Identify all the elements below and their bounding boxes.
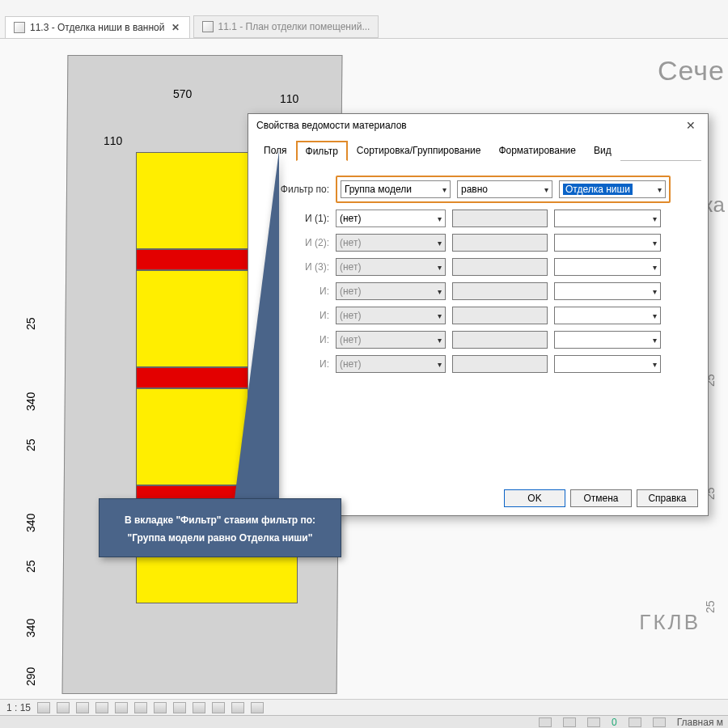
status-icon[interactable] <box>563 717 576 727</box>
callout-text: В вкладке "Фильтр" ставим фильтр по: "Гр… <box>125 514 315 544</box>
dim-25: 25 <box>24 560 37 573</box>
doc-tab-inactive[interactable]: 11.1 - План отделки помещений... <box>193 15 379 38</box>
status-icon[interactable] <box>539 717 552 727</box>
chevron-down-icon: ▾ <box>438 214 442 223</box>
combo-operator-disabled <box>452 282 548 300</box>
chevron-down-icon: ▾ <box>653 336 657 345</box>
tab-sort[interactable]: Сортировка/Группирование <box>348 141 490 161</box>
combo-operator-disabled <box>452 331 548 349</box>
filter-row: И: (нет)▾ ▾ <box>263 331 693 349</box>
filter-row-0: Фильтр по: Группа модели ▾ равно ▾ Отдел… <box>263 176 693 203</box>
tab-filter[interactable]: Фильтр <box>296 141 348 161</box>
viewbar-icon[interactable] <box>57 702 70 713</box>
combo-value[interactable]: Отделка ниши ▾ <box>559 180 666 198</box>
instruction-callout: В вкладке "Фильтр" ставим фильтр по: "Гр… <box>99 498 341 557</box>
dim-r25: 25 <box>704 600 717 613</box>
status-icon[interactable] <box>653 717 666 727</box>
tab-view[interactable]: Вид <box>585 141 620 161</box>
close-icon[interactable]: ✕ <box>170 22 181 33</box>
combo-value-blank: ▾ <box>554 258 661 276</box>
chevron-down-icon: ▾ <box>653 287 657 296</box>
combo-value: (нет) <box>340 334 361 345</box>
dim-290: 290 <box>24 667 37 686</box>
chevron-down-icon: ▾ <box>438 263 442 272</box>
status-bar: 0 Главная м <box>0 715 728 728</box>
dialog-titlebar[interactable]: Свойства ведомости материалов ✕ <box>248 114 708 137</box>
chevron-down-icon: ▾ <box>653 214 657 223</box>
combo-parameter[interactable]: (нет)▾ <box>336 210 446 227</box>
chevron-down-icon: ▾ <box>653 360 657 369</box>
close-icon[interactable]: ✕ <box>682 119 700 132</box>
chevron-down-icon: ▾ <box>653 239 657 248</box>
filter-row: И (3): (нет)▾ ▾ <box>263 258 693 276</box>
dim-25: 25 <box>24 317 37 330</box>
combo-value-blank: ▾ <box>554 282 661 300</box>
chevron-down-icon: ▾ <box>438 287 442 296</box>
combo-parameter-disabled: (нет)▾ <box>336 355 446 373</box>
doc-tab-active[interactable]: 11.3 - Отделка ниши в ванной ✕ <box>5 16 190 38</box>
combo-value-blank: ▾ <box>554 307 661 324</box>
combo-value-blank: ▾ <box>554 234 661 252</box>
doc-tab-label: 11.3 - Отделка ниши в ванной <box>30 22 165 33</box>
status-main-model[interactable]: Главная м <box>677 717 723 728</box>
dialog-tabs: Поля Фильтр Сортировка/Группирование Фор… <box>255 140 701 161</box>
filter-row: И: (нет)▾ ▾ <box>263 355 693 373</box>
combo-parameter-disabled: (нет)▾ <box>336 331 446 349</box>
filter-row: И: (нет)▾ ▾ <box>263 282 693 300</box>
scale-readout[interactable]: 1 : 15 <box>6 702 31 713</box>
schedule-properties-dialog: Свойства ведомости материалов ✕ Поля Фил… <box>248 113 709 516</box>
cancel-button[interactable]: Отмена <box>570 489 632 507</box>
combo-value: (нет) <box>340 237 361 248</box>
combo-value: (нет) <box>340 286 361 297</box>
filter-row: И (1): (нет)▾ ▾ <box>263 210 693 227</box>
callout-arrow <box>235 150 279 498</box>
viewbar-icon[interactable] <box>95 702 108 713</box>
chevron-down-icon: ▾ <box>544 185 548 194</box>
combo-value: (нет) <box>340 358 361 370</box>
viewbar-icon[interactable] <box>37 702 50 713</box>
combo-operator-disabled <box>452 234 548 252</box>
combo-value: (нет) <box>340 261 361 273</box>
combo-value: равно <box>461 184 488 195</box>
ok-button[interactable]: OK <box>504 489 565 507</box>
gklv-label: ГКЛВ <box>639 610 700 635</box>
viewbar-icon[interactable] <box>154 702 167 713</box>
tab-format[interactable]: Форматирование <box>489 141 585 161</box>
combo-value-blank[interactable]: ▾ <box>554 210 661 227</box>
viewbar-icon[interactable] <box>193 702 205 713</box>
dim-top-570: 570 <box>173 87 192 100</box>
chevron-down-icon: ▾ <box>653 311 657 320</box>
viewbar-icon[interactable] <box>251 702 264 713</box>
chevron-down-icon: ▾ <box>438 239 442 248</box>
chevron-down-icon: ▾ <box>438 311 442 320</box>
sheet-icon <box>202 21 214 32</box>
viewbar-icon[interactable] <box>76 702 89 713</box>
combo-parameter-disabled: (нет)▾ <box>336 258 446 276</box>
dim-25: 25 <box>24 438 37 451</box>
dialog-footer: OK Отмена Справка <box>504 489 698 507</box>
combo-parameter[interactable]: Группа модели ▾ <box>341 180 451 198</box>
chevron-down-icon: ▾ <box>653 263 657 272</box>
viewbar-icon[interactable] <box>231 702 244 713</box>
section-hint: Сече <box>658 55 725 87</box>
dialog-title: Свойства ведомости материалов <box>256 120 407 131</box>
dim-340: 340 <box>24 514 37 532</box>
doc-tab-label: 11.1 - План отделки помещений... <box>218 21 370 32</box>
combo-operator[interactable]: равно ▾ <box>457 180 552 198</box>
combo-value-blank: ▾ <box>554 355 661 373</box>
combo-operator-disabled <box>452 210 548 227</box>
status-icon[interactable] <box>629 717 641 727</box>
help-button[interactable]: Справка <box>637 489 698 507</box>
combo-parameter-disabled: (нет)▾ <box>336 234 446 252</box>
chevron-down-icon: ▾ <box>438 360 442 369</box>
viewbar-icon[interactable] <box>115 702 128 713</box>
viewbar-icon[interactable] <box>212 702 225 713</box>
filter-row: И (2): (нет)▾ ▾ <box>263 234 693 252</box>
viewbar-icon[interactable] <box>173 702 186 713</box>
status-icon[interactable] <box>587 717 600 727</box>
view-control-bar: 1 : 15 <box>0 699 728 715</box>
chevron-down-icon: ▾ <box>442 185 447 194</box>
viewbar-icon[interactable] <box>134 702 147 713</box>
dim-top-110a: 110 <box>280 92 298 105</box>
dim-340: 340 <box>24 619 37 637</box>
